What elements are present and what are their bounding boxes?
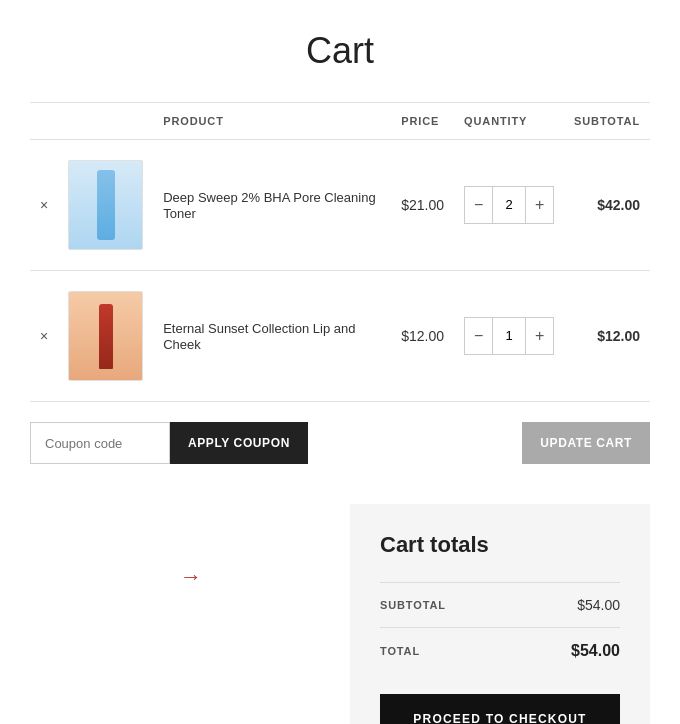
quantity-input[interactable] — [492, 187, 526, 223]
page: Cart PRODUCT PRICE QUANTITY SUBTOTAL × — [0, 0, 680, 724]
product-subtotal-cell: $12.00 — [564, 271, 650, 402]
table-row: × Deep Sweep 2% BHA Pore Cleaning Toner … — [30, 140, 650, 271]
col-header-price: PRICE — [391, 103, 454, 140]
remove-item-button[interactable]: × — [40, 329, 48, 343]
quantity-increase-button[interactable]: + — [526, 187, 553, 223]
product-price: $21.00 — [401, 197, 444, 213]
quantity-decrease-button[interactable]: − — [465, 318, 492, 354]
arrow-icon: → — [180, 564, 202, 590]
product-image-lip — [68, 291, 143, 381]
product-price-cell: $12.00 — [391, 271, 454, 402]
update-cart-button[interactable]: UPDATE CART — [522, 422, 650, 464]
coupon-input[interactable] — [30, 422, 170, 464]
quantity-stepper: − + — [464, 317, 554, 355]
subtotal-row: SUBTOTAL $54.00 — [380, 582, 620, 627]
product-subtotal: $12.00 — [597, 328, 640, 344]
product-name: Deep Sweep 2% BHA Pore Cleaning Toner — [163, 190, 375, 221]
remove-cell: × — [30, 140, 58, 271]
product-name-cell: Eternal Sunset Collection Lip and Cheek — [153, 271, 391, 402]
cart-totals-title: Cart totals — [380, 532, 620, 558]
total-row: TOTAL $54.00 — [380, 627, 620, 674]
product-image-toner — [68, 160, 143, 250]
quantity-stepper: − + — [464, 186, 554, 224]
product-qty-cell: − + — [454, 140, 564, 271]
subtotal-value: $54.00 — [577, 597, 620, 613]
product-subtotal-cell: $42.00 — [564, 140, 650, 271]
product-name: Eternal Sunset Collection Lip and Cheek — [163, 321, 355, 352]
apply-coupon-button[interactable]: APPLY COUPON — [170, 422, 308, 464]
subtotal-label: SUBTOTAL — [380, 599, 446, 611]
product-image-cell — [58, 140, 153, 271]
quantity-input[interactable] — [492, 318, 526, 354]
product-image-cell — [58, 271, 153, 402]
product-price: $12.00 — [401, 328, 444, 344]
product-name-cell: Deep Sweep 2% BHA Pore Cleaning Toner — [153, 140, 391, 271]
product-subtotal: $42.00 — [597, 197, 640, 213]
product-price-cell: $21.00 — [391, 140, 454, 271]
quantity-decrease-button[interactable]: − — [465, 187, 492, 223]
total-value: $54.00 — [571, 642, 620, 660]
remove-item-button[interactable]: × — [40, 198, 48, 212]
table-row: × Eternal Sunset Collection Lip and Chee… — [30, 271, 650, 402]
col-header-remove — [30, 103, 58, 140]
page-title: Cart — [30, 30, 650, 72]
remove-cell: × — [30, 271, 58, 402]
col-header-quantity: QUANTITY — [454, 103, 564, 140]
cart-table: PRODUCT PRICE QUANTITY SUBTOTAL × Deep S… — [30, 102, 650, 402]
total-label: TOTAL — [380, 645, 420, 657]
cart-totals: Cart totals SUBTOTAL $54.00 TOTAL $54.00… — [350, 504, 650, 724]
product-qty-cell: − + — [454, 271, 564, 402]
cart-totals-container: → Cart totals SUBTOTAL $54.00 TOTAL $54.… — [30, 504, 650, 724]
col-header-subtotal: SUBTOTAL — [564, 103, 650, 140]
checkout-button[interactable]: PROCEED TO CHECKOUT — [380, 694, 620, 724]
table-header-row: PRODUCT PRICE QUANTITY SUBTOTAL — [30, 103, 650, 140]
coupon-area: APPLY COUPON — [30, 422, 308, 464]
cart-actions: APPLY COUPON UPDATE CART — [30, 422, 650, 464]
col-header-image — [58, 103, 153, 140]
quantity-increase-button[interactable]: + — [526, 318, 553, 354]
col-header-product: PRODUCT — [153, 103, 391, 140]
